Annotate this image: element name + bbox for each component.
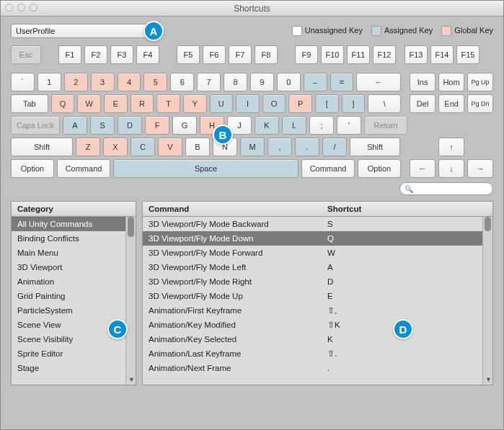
command-item[interactable]: Animation/Next Frame.: [143, 361, 492, 375]
key-f1[interactable]: F1: [58, 45, 81, 64]
category-item[interactable]: Grid Painting: [12, 289, 136, 303]
key-r[interactable]: R: [131, 94, 154, 113]
key-right[interactable]: →: [467, 159, 493, 178]
key-q[interactable]: Q: [51, 94, 75, 113]
key-pgup[interactable]: Pg Up: [467, 73, 493, 91]
key-backtick[interactable]: `: [11, 73, 35, 91]
command-item[interactable]: Animation/Last Keyframe⇧.: [143, 346, 492, 361]
category-item[interactable]: Binding Conflicts: [12, 231, 136, 246]
key-home[interactable]: Hom: [438, 73, 464, 91]
key-s[interactable]: S: [90, 116, 115, 135]
key-rbracket[interactable]: ]: [342, 94, 366, 113]
key-capslock[interactable]: Caps Lock: [11, 116, 60, 135]
key-d[interactable]: D: [118, 116, 142, 135]
key-option-right[interactable]: Option: [358, 159, 401, 178]
key-pgdn[interactable]: Pg Dn: [467, 94, 493, 113]
key-f8[interactable]: F8: [255, 45, 278, 64]
key-f[interactable]: F: [145, 116, 169, 135]
key-period[interactable]: .: [295, 138, 319, 156]
minimize-icon[interactable]: [17, 4, 25, 12]
key-7[interactable]: 7: [197, 73, 221, 91]
key-l[interactable]: L: [282, 116, 306, 135]
command-item[interactable]: 3D Viewport/Fly Mode DownQ: [143, 231, 492, 246]
key-f9[interactable]: F9: [295, 45, 318, 64]
category-item[interactable]: Animation: [12, 274, 136, 289]
close-icon[interactable]: [5, 4, 13, 12]
command-item[interactable]: 3D Viewport/Fly Mode ForwardW: [143, 246, 492, 260]
key-end[interactable]: End: [438, 94, 464, 113]
key-shift-right[interactable]: Shift: [350, 138, 400, 156]
key-b[interactable]: B: [185, 138, 210, 156]
command-scrollbar[interactable]: ▼: [482, 217, 492, 385]
key-1[interactable]: 1: [37, 73, 61, 91]
key-u[interactable]: U: [210, 94, 234, 113]
key-comma[interactable]: ,: [268, 138, 292, 156]
category-item[interactable]: All Unity Commands: [12, 217, 136, 231]
command-item[interactable]: Animation/Key Modified⇧K: [143, 318, 492, 332]
key-f2[interactable]: F2: [84, 45, 107, 64]
key-lbracket[interactable]: [: [315, 94, 339, 113]
key-g[interactable]: G: [172, 116, 197, 135]
key-command-left[interactable]: Command: [57, 159, 110, 178]
key-minus[interactable]: –: [304, 73, 327, 91]
key-9[interactable]: 9: [250, 73, 274, 91]
key-3[interactable]: 3: [91, 73, 115, 91]
key-backslash[interactable]: \: [368, 94, 401, 113]
key-m[interactable]: M: [240, 138, 265, 156]
key-command-right[interactable]: Command: [301, 159, 355, 178]
key-left[interactable]: ←: [410, 159, 436, 178]
key-e[interactable]: E: [104, 94, 128, 113]
key-w[interactable]: W: [77, 94, 101, 113]
key-shift-left[interactable]: Shift: [11, 138, 73, 156]
key-c[interactable]: C: [131, 138, 155, 156]
command-item[interactable]: Animation/First Keyframe⇧,: [143, 303, 492, 318]
key-backspace[interactable]: ←: [356, 73, 401, 91]
key-8[interactable]: 8: [224, 73, 247, 91]
key-esc[interactable]: Esc: [11, 45, 41, 64]
key-a[interactable]: A: [63, 116, 87, 135]
key-f5[interactable]: F5: [177, 45, 200, 64]
command-item[interactable]: 3D Viewport/Fly Mode RightD: [143, 274, 492, 289]
key-option-left[interactable]: Option: [11, 159, 54, 178]
key-f13[interactable]: F13: [404, 45, 428, 64]
key-f7[interactable]: F7: [229, 45, 252, 64]
category-item[interactable]: Main Menu: [12, 246, 136, 260]
key-return[interactable]: Return: [364, 116, 407, 135]
key-5[interactable]: 5: [143, 73, 167, 91]
key-f14[interactable]: F14: [430, 45, 454, 64]
key-6[interactable]: 6: [170, 73, 194, 91]
key-ins[interactable]: Ins: [410, 73, 436, 91]
key-f11[interactable]: F11: [347, 45, 370, 64]
key-k[interactable]: K: [255, 116, 279, 135]
key-f3[interactable]: F3: [110, 45, 133, 64]
command-item[interactable]: Animation/Key SelectedK: [143, 332, 492, 346]
key-y[interactable]: Y: [183, 94, 207, 113]
category-item[interactable]: Stage: [12, 361, 136, 375]
category-item[interactable]: 3D Viewport: [12, 260, 136, 274]
key-2[interactable]: 2: [64, 73, 88, 91]
key-t[interactable]: T: [156, 94, 180, 113]
category-scrollbar[interactable]: ▼: [125, 217, 136, 385]
key-f4[interactable]: F4: [136, 45, 159, 64]
key-f10[interactable]: F10: [321, 45, 344, 64]
key-v[interactable]: V: [158, 138, 182, 156]
key-0[interactable]: 0: [277, 73, 301, 91]
category-item[interactable]: Sprite Editor: [12, 346, 136, 361]
key-f6[interactable]: F6: [203, 45, 226, 64]
key-i[interactable]: I: [236, 94, 260, 113]
chevron-down-icon[interactable]: ▼: [128, 376, 135, 383]
key-o[interactable]: O: [262, 94, 286, 113]
profile-dropdown[interactable]: UserProfile ▲▼: [11, 24, 162, 38]
key-x[interactable]: X: [103, 138, 128, 156]
key-z[interactable]: Z: [76, 138, 100, 156]
key-tab[interactable]: Tab: [11, 94, 48, 113]
key-apostrophe[interactable]: ': [337, 116, 361, 135]
key-semicolon[interactable]: ;: [309, 116, 334, 135]
key-slash[interactable]: /: [322, 138, 347, 156]
command-item[interactable]: 3D Viewport/Fly Mode BackwardS: [143, 217, 492, 231]
command-item[interactable]: 3D Viewport/Fly Mode UpE: [143, 289, 492, 303]
key-equal[interactable]: =: [330, 73, 354, 91]
chevron-down-icon[interactable]: ▼: [485, 376, 492, 383]
search-input[interactable]: 🔍: [399, 182, 493, 195]
zoom-icon[interactable]: [30, 4, 37, 12]
